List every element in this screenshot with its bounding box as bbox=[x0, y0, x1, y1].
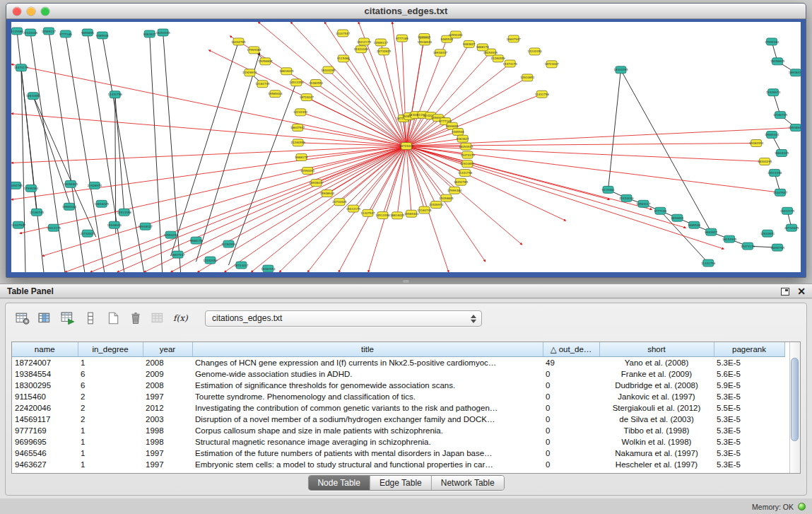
graph-node-label: 9668178 bbox=[295, 156, 308, 159]
table-panel-body: f(x) citations_edges.txt namein_degreeye… bbox=[0, 299, 812, 498]
close-button[interactable] bbox=[13, 7, 21, 16]
graph-node-label: 9699695 bbox=[446, 124, 459, 128]
tab-network-table[interactable]: Network Table bbox=[432, 476, 504, 490]
cell-in-degree: 6 bbox=[78, 368, 143, 380]
minimize-button[interactable] bbox=[27, 7, 35, 16]
cell-pagerank: 5.6E-5 bbox=[714, 368, 784, 380]
graph-node-label: 12160745 bbox=[255, 82, 270, 86]
column-header-year[interactable]: year bbox=[143, 342, 192, 356]
graph-node-label: 14569117 bbox=[42, 30, 57, 33]
import-table-icon[interactable] bbox=[148, 309, 167, 327]
cell-title: Changes of HCN gene expression and I(f) … bbox=[192, 356, 543, 368]
table-source-select[interactable]: citations_edges.txt bbox=[205, 310, 482, 327]
cell-out-degree: 49 bbox=[543, 356, 599, 368]
table-row[interactable]: 969969511998Structural magnetic resonanc… bbox=[12, 436, 784, 448]
graph-edge bbox=[49, 31, 85, 272]
graph-node-label: 19384554 bbox=[749, 141, 764, 145]
table-settings-icon[interactable] bbox=[13, 309, 32, 327]
cell-in-degree: 1 bbox=[78, 436, 143, 448]
table-scrollbar[interactable] bbox=[789, 342, 800, 473]
graph-edge bbox=[196, 53, 260, 262]
graph-node-label: 12160745 bbox=[773, 113, 788, 117]
graph-edge bbox=[361, 49, 406, 146]
graph-node-label: 16054935 bbox=[459, 145, 473, 148]
close-panel-icon[interactable]: ✕ bbox=[797, 286, 806, 296]
network-canvas[interactable]: 1872400719384554183002959115460224200461… bbox=[11, 22, 801, 272]
cell-in-degree: 1 bbox=[78, 459, 143, 470]
graph-edge bbox=[228, 83, 296, 265]
cell-short: Stergiakouli et al. (2012) bbox=[599, 402, 714, 414]
table-row[interactable]: 1872400712008Changes of HCN gene express… bbox=[12, 356, 784, 368]
cell-title: Embryonic stem cells: a model to study s… bbox=[192, 459, 543, 470]
cell-name: 9463627 bbox=[12, 459, 78, 470]
network-view[interactable]: 1872400719384554183002959115460224200461… bbox=[11, 22, 801, 272]
column-header-title[interactable]: title bbox=[192, 342, 543, 356]
rows-icon[interactable] bbox=[81, 309, 100, 327]
column-header-pagerank[interactable]: pagerank bbox=[714, 342, 784, 356]
table-row[interactable]: 977716911998Corpus callosum shape and si… bbox=[12, 425, 784, 436]
cell-out-degree: 0 bbox=[543, 368, 599, 380]
table-panel-header: Table Panel ✕ bbox=[0, 284, 812, 298]
graph-node-label: 9465546 bbox=[452, 130, 464, 134]
table-row[interactable]: 1456911722003Disruption of a novel membe… bbox=[12, 414, 784, 425]
delete-table-icon[interactable] bbox=[126, 309, 145, 327]
graph-node-label: 14513358 bbox=[289, 81, 304, 84]
float-panel-icon[interactable] bbox=[781, 288, 789, 296]
table-row[interactable]: 946362711997Embryonic stem cells: a mode… bbox=[12, 459, 784, 470]
cell-title: Structural magnetic resonance image aver… bbox=[192, 436, 543, 448]
table-columns-icon[interactable] bbox=[35, 309, 54, 327]
cell-title: Genome-wide association studies in ADHD. bbox=[192, 368, 543, 380]
graph-node-label: 15474179 bbox=[14, 66, 29, 69]
graph-node-label: 16054935 bbox=[155, 31, 170, 35]
cell-out-degree: 0 bbox=[543, 459, 599, 470]
graph-node-label: 9668178 bbox=[476, 45, 489, 49]
graph-edge bbox=[406, 146, 425, 211]
graph-node-label: 15948944 bbox=[418, 40, 433, 44]
panel-resize-handle[interactable] bbox=[403, 280, 409, 283]
zoom-button[interactable] bbox=[41, 7, 49, 16]
graph-edge bbox=[198, 146, 406, 272]
graph-edge bbox=[406, 146, 436, 205]
graph-node-label: 12160745 bbox=[417, 209, 432, 212]
column-header-short[interactable]: short bbox=[599, 342, 714, 356]
graph-node-label: 20732625 bbox=[332, 200, 347, 204]
graph-node-label: 16938437 bbox=[139, 225, 153, 228]
graph-edge bbox=[406, 146, 411, 214]
graph-node-label: 16492765 bbox=[454, 180, 469, 184]
table-row[interactable]: 1938455462009Genome-wide association stu… bbox=[12, 368, 784, 380]
table-row[interactable]: 2242004622012Investigating the contribut… bbox=[12, 402, 784, 414]
cell-short: Yano et al. (2008) bbox=[599, 356, 714, 368]
table-row[interactable]: 1830029562008Estimation of significance … bbox=[12, 380, 784, 391]
column-header-name[interactable]: name bbox=[12, 342, 78, 356]
graph-node-label: 18724007 bbox=[234, 264, 249, 267]
window-titlebar[interactable]: citations_edges.txt bbox=[6, 4, 806, 19]
graph-node-label: 16647947 bbox=[507, 37, 522, 41]
graph-node-label: 16492765 bbox=[11, 184, 23, 187]
cell-out-degree: 0 bbox=[543, 436, 599, 448]
window-title: citations_edges.txt bbox=[6, 4, 806, 19]
status-bar: Memory: OK bbox=[0, 498, 812, 514]
graph-edge bbox=[11, 114, 406, 146]
graph-node-label: 19565404 bbox=[404, 212, 419, 216]
column-header-in-degree[interactable]: in_degree bbox=[78, 342, 143, 356]
graph-node-label: 12242450 bbox=[293, 110, 308, 114]
graph-node-label: 9115460 bbox=[602, 188, 615, 192]
cell-in-degree: 2 bbox=[78, 402, 143, 414]
new-table-icon[interactable] bbox=[103, 309, 122, 327]
table-export-icon[interactable] bbox=[58, 309, 77, 327]
cell-out-degree: 0 bbox=[543, 414, 599, 425]
column-header-out-degree[interactable]: △ out_de… bbox=[543, 342, 599, 356]
graph-edge bbox=[343, 59, 406, 146]
memory-status: Memory: OK bbox=[752, 503, 794, 511]
cell-short: Jankovic et al. (1997) bbox=[599, 391, 714, 402]
table-row[interactable]: 946554611997Estimation of the future num… bbox=[12, 448, 784, 459]
table-row[interactable]: 911546021997Tourette syndrome. Phenomeno… bbox=[12, 391, 784, 402]
graph-edge bbox=[406, 146, 461, 182]
cell-in-degree: 1 bbox=[78, 425, 143, 436]
function-icon[interactable]: f(x) bbox=[171, 309, 190, 327]
scrollbar-thumb[interactable] bbox=[791, 358, 799, 441]
graph-node-label: 21926974 bbox=[766, 90, 781, 94]
tab-node-table[interactable]: Node Table bbox=[308, 476, 370, 490]
graph-node-label: 17999364 bbox=[247, 48, 261, 52]
tab-edge-table[interactable]: Edge Table bbox=[370, 476, 432, 490]
